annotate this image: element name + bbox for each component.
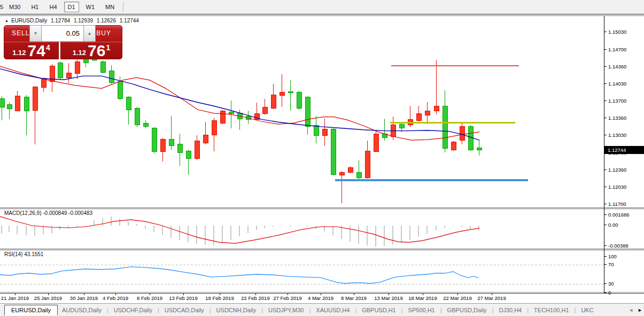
macd-histogram-bar [26, 226, 27, 235]
macd-histogram-bar [281, 226, 282, 226]
collapse-arrow-icon[interactable]: ▲ [5, 19, 9, 22]
rsi-scale-label: 70 [608, 261, 614, 267]
price-scale-label: 1.11700 [608, 201, 626, 207]
macd-histogram-bar [392, 226, 393, 245]
macd-histogram-bar [179, 226, 180, 240]
mt4-window: 5 M30H1H4D1W1MN ▲EURUSD,Daily 1.12784 1.… [0, 0, 644, 316]
candlestick [356, 173, 361, 178]
date-axis-label: 27 Feb 2019 [273, 295, 301, 301]
symbol-period-label: EURUSD,Daily [11, 18, 47, 24]
chart-tab-xauusd-h4[interactable]: XAUUSD,H4 [312, 306, 354, 314]
candlestick [339, 172, 344, 175]
date-axis-label: 13 Feb 2019 [169, 295, 197, 301]
macd-histogram-bar [9, 226, 10, 232]
candlestick [460, 127, 464, 140]
chart-tab-dj30-h4[interactable]: DJ30,H4 [494, 306, 526, 314]
candlestick [322, 129, 327, 136]
macd-histogram-bar [350, 226, 351, 242]
date-axis-label: 22 Mar 2019 [443, 295, 471, 301]
sell-price-big: 74 [28, 43, 45, 59]
candlestick [297, 92, 301, 108]
candlestick [58, 63, 63, 78]
candlestick [399, 124, 404, 128]
candlestick [177, 144, 182, 152]
sell-price-prefix: 1.12 [12, 49, 26, 57]
chart-tab-gbpusd-h1[interactable]: GBPUSD,H1 [358, 306, 400, 314]
candlestick [305, 97, 310, 127]
candlestick [135, 108, 139, 125]
chart-tab-audusd-daily[interactable]: AUDUSD,Daily [58, 306, 106, 314]
chart-tab-eurusd-daily[interactable]: EURUSD,Daily [4, 305, 58, 315]
candlestick [15, 96, 20, 111]
date-axis-label: 25 Jan 2019 [34, 295, 62, 301]
price-scale-label: 1.13030 [608, 132, 626, 138]
tab-divider: | [527, 307, 529, 313]
price-scale-label: 1.12360 [608, 167, 626, 173]
macd-histogram-bar [34, 226, 35, 236]
price-scale-label: 1.13360 [608, 115, 626, 121]
macd-histogram-bar [461, 226, 462, 227]
candlestick [348, 167, 353, 172]
macd-histogram-bar [43, 226, 44, 234]
volume-stepper: ▼ 0.05 ▲ [29, 25, 96, 42]
chart-tab-usdcnh-daily[interactable]: USDCNH,Daily [212, 306, 261, 314]
candlestick [195, 141, 199, 159]
macd-histogram-bar [444, 226, 445, 228]
macd-histogram-bar [367, 226, 368, 245]
candlestick [314, 126, 319, 135]
macd-histogram-bar [418, 226, 419, 237]
candlestick [220, 111, 225, 123]
chart-tab-gbpusd-daily[interactable]: GBPUSD,Daily [443, 306, 491, 314]
macd-histogram-bar [256, 226, 257, 230]
sell-price-pip: 4 [46, 43, 50, 52]
date-axis-label: 4 Feb 2019 [103, 295, 128, 301]
macd-histogram-bar [384, 226, 385, 246]
buy-button-label: BUY [96, 29, 111, 37]
candlestick [33, 87, 37, 110]
macd-histogram-bar [273, 226, 274, 227]
macd-histogram-bar [436, 226, 437, 230]
macd-histogram-bar [51, 226, 52, 233]
current-price-tag: 1.12744 [604, 146, 644, 154]
tab-scroll-left-icon[interactable]: ◄ [629, 307, 633, 313]
macd-histogram-bar [264, 226, 265, 228]
rsi-scale-label: 30 [608, 281, 614, 287]
date-axis-label: 13 Mar 2019 [374, 295, 402, 301]
macd-histogram-bar [426, 226, 428, 234]
buy-price: 1.12 76 1 [61, 42, 122, 59]
chart-title-bar: ▲EURUSD,Daily 1.12784 1.12939 1.12626 1.… [5, 18, 141, 24]
candlestick [66, 73, 71, 78]
macd-histogram-bar [332, 226, 333, 235]
tab-scroll-right-icon[interactable]: ► [638, 307, 642, 313]
macd-histogram-bar [307, 226, 308, 227]
chart-tab-tech100-h1[interactable]: TECH100,H1 [530, 306, 573, 314]
macd-histogram-bar [298, 226, 299, 226]
macd-histogram-bar [222, 226, 223, 243]
volume-input[interactable]: 0.05 [41, 26, 84, 41]
rsi-label: RSI(14) 43.1551 [4, 251, 43, 257]
chart-tab-usdcad-daily[interactable]: USDCAD,Daily [160, 306, 208, 314]
chart-tab-ukc[interactable]: UKC [577, 306, 598, 314]
candlestick [152, 128, 157, 152]
chart-tab-usdchf-daily[interactable]: USDCHF,Daily [110, 306, 157, 314]
date-axis-label: 8 Mar 2019 [341, 295, 367, 301]
volume-decrease-button[interactable]: ▼ [30, 26, 41, 41]
macd-histogram-bar [119, 219, 120, 226]
chart-tab-usdjpy-m30[interactable]: USDJPY,M30 [264, 306, 308, 314]
chart-tab-sp500-h1[interactable]: SP500,H1 [404, 306, 439, 314]
candlestick [118, 82, 122, 99]
candlestick [212, 120, 216, 135]
macd-histogram-bar [358, 226, 359, 244]
one-click-trading-panel: SELL 1.12 74 4 BUY 1.12 76 1 ▼ 0.05 ▲ [4, 25, 122, 59]
rsi-scale-label: 100 [608, 253, 617, 259]
buy-price-pip: 1 [106, 43, 110, 52]
volume-increase-button[interactable]: ▲ [84, 26, 95, 41]
price-scale-label: 1.12030 [608, 184, 626, 190]
candlestick [126, 97, 131, 110]
price-scale-label: 1.15030 [608, 29, 626, 35]
macd-label: MACD(12,26,9) -0.000849 -0.000483 [4, 210, 92, 216]
buy-price-big: 76 [88, 43, 105, 59]
ohlc-close: 1.12744 [120, 18, 139, 24]
candlestick [0, 99, 4, 107]
macd-scale-label: 0.001686 [608, 212, 630, 218]
